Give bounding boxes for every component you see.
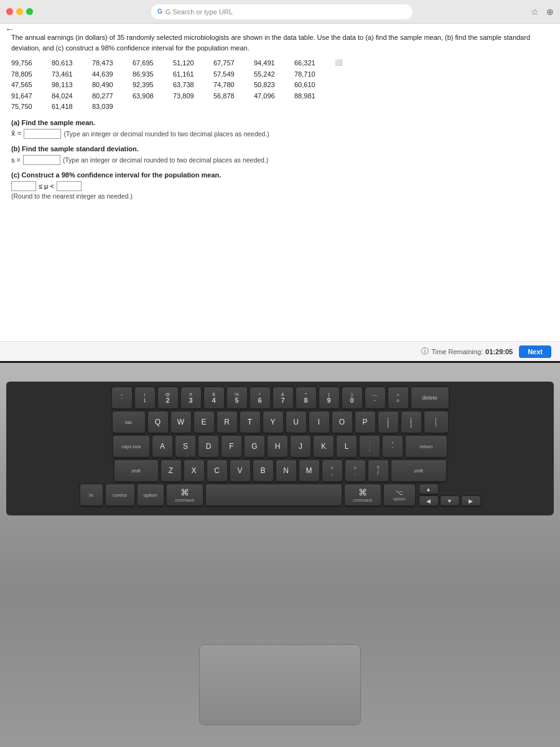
control-key[interactable]: control	[105, 484, 135, 506]
right-shift-key[interactable]: shift	[391, 459, 447, 482]
delete-key[interactable]: delete	[411, 387, 449, 409]
search-text: G Search or type URL	[166, 8, 233, 16]
key-quote[interactable]: "'	[382, 435, 403, 458]
key-2[interactable]: @2	[157, 387, 179, 409]
bottom-row: fn control option ⌘ command ⌘ command ⌥ …	[10, 484, 550, 506]
key-v[interactable]: V	[230, 459, 251, 482]
option-shift-symbol: ⌥	[396, 489, 403, 496]
timer-value: 01:29:05	[485, 348, 513, 355]
part-b-section: (b) Find the sample standard deviation. …	[11, 145, 549, 165]
more-data-icon[interactable]: ⬜	[335, 58, 342, 69]
fn-key[interactable]: fn	[80, 484, 103, 506]
bookmark-icon[interactable]: ☆	[531, 7, 539, 17]
arrow-keys: ▲ ◀ ▼ ▶	[419, 484, 481, 506]
left-arrow-key[interactable]: ◀	[419, 496, 439, 506]
right-option-key[interactable]: ⌥ option	[383, 484, 416, 506]
key-d[interactable]: D	[198, 435, 219, 458]
minimize-button[interactable]	[16, 8, 23, 15]
key-6[interactable]: ^6	[250, 387, 271, 409]
part-b-label: (b) Find the sample standard deviation.	[11, 145, 549, 153]
zxcv-row: shift Z X C V B N M <, >. ?/ shift	[10, 459, 550, 482]
key-r[interactable]: R	[217, 411, 238, 433]
part-c-label: (c) Construct a 98% confidence interval …	[11, 171, 549, 179]
url-bar[interactable]: G G Search or type URL	[151, 4, 413, 19]
key-z[interactable]: Z	[161, 459, 182, 482]
key-semicolon[interactable]: :;	[359, 435, 380, 458]
right-command-symbol: ⌘	[358, 487, 367, 497]
key-t[interactable]: T	[240, 411, 261, 433]
key-x[interactable]: X	[184, 459, 205, 482]
key-comma[interactable]: <,	[322, 459, 343, 482]
part-c-upper-input[interactable]	[57, 181, 82, 191]
key-minus[interactable]: —-	[365, 387, 386, 409]
key-3[interactable]: #3	[180, 387, 202, 409]
key-7[interactable]: &7	[273, 387, 294, 409]
part-c-lower-input[interactable]	[11, 181, 36, 191]
data-row-4: 91,647 84,024 80,277 63,908 73,809 56,87…	[11, 91, 549, 102]
key-period[interactable]: >.	[345, 459, 366, 482]
key-9[interactable]: (9	[319, 387, 340, 409]
key-o[interactable]: O	[332, 411, 353, 433]
key-0[interactable]: )0	[342, 387, 363, 409]
tab-key[interactable]: tab	[112, 411, 146, 433]
key-bracket-open[interactable]: {[	[378, 411, 399, 433]
down-arrow-key[interactable]: ▼	[440, 496, 460, 506]
key-s[interactable]: S	[175, 435, 196, 458]
key-j[interactable]: J	[290, 435, 311, 458]
right-arrow-key[interactable]: ▶	[461, 496, 481, 506]
key-m[interactable]: M	[299, 459, 320, 482]
timer-icon: ⓘ	[421, 346, 429, 357]
key-1[interactable]: !1	[134, 387, 156, 409]
right-command-key[interactable]: ⌘ command	[344, 484, 381, 506]
key-backslash[interactable]: |\	[424, 411, 449, 433]
key-p[interactable]: P	[355, 411, 376, 433]
key-q[interactable]: Q	[147, 411, 169, 433]
key-f[interactable]: F	[221, 435, 242, 458]
key-l[interactable]: L	[336, 435, 357, 458]
key-n[interactable]: N	[276, 459, 297, 482]
data-row-1: 99,756 80,613 78,473 67,695 51,120 67,75…	[11, 58, 549, 69]
key-bracket-close[interactable]: }]	[401, 411, 422, 433]
key-8[interactable]: *8	[296, 387, 317, 409]
key-c[interactable]: C	[207, 459, 228, 482]
key-a[interactable]: A	[152, 435, 173, 458]
part-a-input[interactable]	[24, 129, 61, 139]
key-4[interactable]: $4	[203, 387, 225, 409]
data-row-2: 78,805 73,461 44,639 86,935 61,161 57,54…	[11, 69, 549, 80]
key-k[interactable]: K	[313, 435, 334, 458]
return-key[interactable]: return	[405, 435, 447, 458]
key-slash[interactable]: ?/	[368, 459, 389, 482]
maximize-button[interactable]	[26, 8, 33, 15]
part-a-section: (a) Find the sample mean. x̄ = (Type an …	[11, 119, 549, 139]
caps-lock-key[interactable]: caps lock	[113, 435, 150, 458]
key-y[interactable]: Y	[263, 411, 284, 433]
key-equals[interactable]: +=	[388, 387, 409, 409]
trackpad[interactable]	[199, 644, 361, 725]
close-button[interactable]	[6, 8, 13, 15]
number-row: ~` !1 @2 #3 $4 %5 ^6 &7 *8 (9 )0 —- += d…	[10, 387, 550, 409]
key-b[interactable]: B	[253, 459, 274, 482]
key-u[interactable]: U	[286, 411, 307, 433]
left-option-key[interactable]: option	[137, 484, 164, 506]
left-shift-key[interactable]: shift	[114, 459, 159, 482]
qwerty-row: tab Q W E R T Y U I O P {[ }] |\	[10, 411, 550, 433]
key-w[interactable]: W	[170, 411, 192, 433]
left-command-key[interactable]: ⌘ command	[166, 484, 203, 506]
mu-symbol: ≤ μ <	[39, 182, 54, 190]
key-g[interactable]: G	[244, 435, 265, 458]
space-key[interactable]	[205, 484, 342, 506]
part-b-input[interactable]	[23, 155, 60, 165]
key-5[interactable]: %5	[226, 387, 248, 409]
key-e[interactable]: E	[194, 411, 215, 433]
up-arrow-key[interactable]: ▲	[419, 484, 439, 494]
right-command-label: command	[353, 498, 372, 502]
key-backtick[interactable]: ~`	[111, 387, 133, 409]
back-arrow[interactable]: ←	[5, 24, 15, 35]
asdf-row: caps lock A S D F G H J K L :; "' return	[10, 435, 550, 458]
next-button[interactable]: Next	[519, 345, 551, 358]
add-tab-icon[interactable]: ⊕	[546, 7, 554, 17]
timer: ⓘ Time Remaining: 01:29:05	[421, 346, 513, 357]
key-h[interactable]: H	[267, 435, 288, 458]
timer-label: Time Remaining:	[431, 348, 483, 355]
key-i[interactable]: I	[309, 411, 330, 433]
